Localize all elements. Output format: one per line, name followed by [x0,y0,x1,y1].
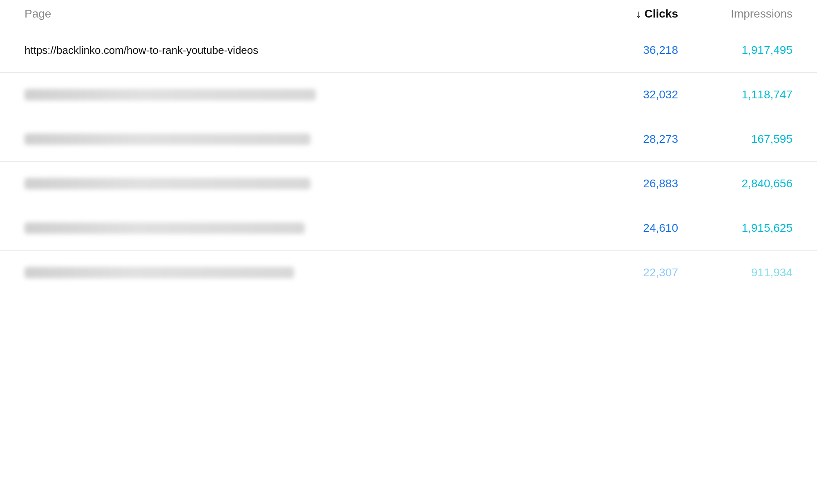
blurred-url-bar [25,267,294,278]
page-url-blurred [25,89,564,100]
table-row: 22,307 911,934 [0,251,817,295]
clicks-header-label: Clicks [645,7,679,20]
impressions-value: 911,934 [678,266,792,279]
impressions-value: 1,915,625 [678,222,792,235]
impressions-value: 1,917,495 [678,44,792,57]
table-body: https://backlinko.com/how-to-rank-youtub… [0,28,817,295]
clicks-value: 22,307 [564,266,678,279]
table-row: 28,273 167,595 [0,117,817,162]
table-row: 24,610 1,915,625 [0,206,817,251]
clicks-column-header[interactable]: ↓ Clicks [564,7,678,20]
table-header: Page ↓ Clicks Impressions [0,0,817,28]
data-table: Page ↓ Clicks Impressions https://backli… [0,0,817,295]
blurred-url-bar [25,89,316,100]
page-url[interactable]: https://backlinko.com/how-to-rank-youtub… [25,44,564,57]
clicks-value: 26,883 [564,177,678,190]
clicks-value: 28,273 [564,133,678,146]
clicks-value: 36,218 [564,44,678,57]
clicks-value: 24,610 [564,222,678,235]
page-url-blurred [25,222,564,234]
blurred-url-bar [25,222,305,234]
page-url-blurred [25,133,564,145]
page-header-label: Page [25,7,51,20]
table-row: https://backlinko.com/how-to-rank-youtub… [0,28,817,73]
impressions-value: 2,840,656 [678,177,792,190]
sort-arrow-icon: ↓ [636,8,641,20]
table-row: 26,883 2,840,656 [0,162,817,206]
page-column-header[interactable]: Page [25,7,564,20]
impressions-header-label: Impressions [731,7,792,20]
impressions-column-header[interactable]: Impressions [678,7,792,20]
blurred-url-bar [25,133,310,145]
table-row: 32,032 1,118,747 [0,73,817,117]
impressions-value: 1,118,747 [678,88,792,101]
page-url-blurred [25,267,564,278]
impressions-value: 167,595 [678,133,792,146]
blurred-url-bar [25,178,310,189]
page-url-blurred [25,178,564,189]
clicks-value: 32,032 [564,88,678,101]
